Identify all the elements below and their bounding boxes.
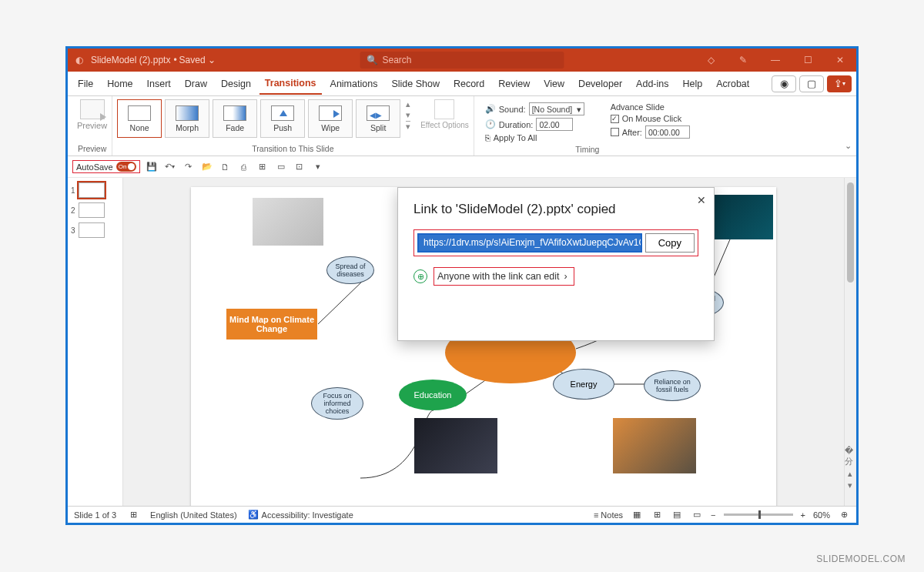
close-button[interactable]: ✕ xyxy=(824,49,856,72)
duration-label: Duration: xyxy=(499,120,534,129)
zoom-out-icon[interactable]: − xyxy=(711,510,715,520)
tab-acrobat[interactable]: Acrobat xyxy=(711,73,755,95)
touch-mode-icon[interactable]: ⊡ xyxy=(293,160,306,174)
slide-canvas[interactable]: Mind Map on Climate Change Spread of dis… xyxy=(191,187,776,506)
autosave-label: AutoSave xyxy=(76,162,113,172)
zoom-slider[interactable] xyxy=(724,513,793,516)
tab-transitions[interactable]: Transitions xyxy=(259,73,322,95)
zoom-level[interactable]: 60% xyxy=(813,510,830,520)
from-beginning-icon[interactable]: ▭ xyxy=(274,160,288,174)
prev-slide-icon[interactable]: �分 xyxy=(845,446,855,467)
copy-button[interactable]: Copy xyxy=(645,233,695,253)
tab-file[interactable]: File xyxy=(72,73,99,95)
tab-home[interactable]: Home xyxy=(102,73,138,95)
print-preview-icon[interactable]: ⊞ xyxy=(256,160,270,174)
open-icon[interactable]: 📂 xyxy=(200,160,214,174)
notes-button[interactable]: ≡Notes xyxy=(594,510,623,520)
transition-morph[interactable]: Morph xyxy=(165,99,209,138)
next-slide-arrow[interactable]: ▾ xyxy=(848,480,852,490)
search-icon: 🔍 xyxy=(367,55,378,65)
search-box[interactable]: 🔍 Search xyxy=(360,52,564,69)
on-mouse-click-label: On Mouse Click xyxy=(622,114,682,123)
new-icon[interactable]: 🗋 xyxy=(219,160,233,174)
tab-view[interactable]: View xyxy=(538,73,570,95)
transition-fade[interactable]: Fade xyxy=(213,99,257,138)
transition-split-label: Split xyxy=(370,123,386,132)
accessibility-button[interactable]: ♿Accessibility: Investigate xyxy=(248,510,353,520)
thumbnail-3[interactable]: 3 xyxy=(71,222,119,238)
transition-split[interactable]: ◀▶Split xyxy=(356,99,400,138)
transition-none[interactable]: None xyxy=(117,99,162,138)
sound-dropdown[interactable]: [No Sound]▾ xyxy=(529,102,584,115)
collapse-ribbon-icon[interactable]: ⌄ xyxy=(845,141,852,151)
tab-review[interactable]: Review xyxy=(493,73,535,95)
transition-morph-label: Morph xyxy=(176,123,199,132)
diamond-icon[interactable]: ◇ xyxy=(695,49,727,72)
tab-help[interactable]: Help xyxy=(677,73,708,95)
transition-none-label: None xyxy=(130,123,149,132)
tab-draw[interactable]: Draw xyxy=(179,73,213,95)
apply-to-all-button[interactable]: ⎘Apply To All xyxy=(485,133,584,142)
transition-push[interactable]: Push xyxy=(260,99,305,138)
prev-slide-arrow[interactable]: ▴ xyxy=(848,469,852,479)
thumbnail-2[interactable]: 2 xyxy=(71,202,119,218)
save-status[interactable]: • Saved ⌄ xyxy=(173,55,215,65)
autosave-toggle[interactable]: On xyxy=(116,162,136,172)
normal-view-icon[interactable]: ▦ xyxy=(631,510,643,520)
ribbon-group-preview: Preview Preview xyxy=(72,96,112,156)
share-button[interactable]: ⇪▾ xyxy=(827,75,852,92)
fit-to-window-icon[interactable]: ⊕ xyxy=(838,510,850,520)
undo-icon[interactable]: ↶▾ xyxy=(163,160,177,174)
slideshow-view-icon[interactable]: ▭ xyxy=(691,510,703,520)
ribbon: Preview Preview None Morph Fade Push Wip… xyxy=(68,96,856,156)
tab-record[interactable]: Record xyxy=(448,73,490,95)
maximize-button[interactable]: ☐ xyxy=(792,49,824,72)
scrollbar-thumb[interactable] xyxy=(847,182,854,283)
permission-text: Anyone with the link can edit xyxy=(437,271,559,282)
redo-icon[interactable]: ↷ xyxy=(182,160,196,174)
quick-print-icon[interactable]: ⎙ xyxy=(237,160,251,174)
vertical-scrollbar[interactable]: �分 ▴ ▾ xyxy=(844,178,856,506)
after-time-input[interactable]: 00:00.00 xyxy=(645,125,690,139)
brush-icon[interactable]: ✎ xyxy=(727,49,759,72)
preview-icon[interactable] xyxy=(80,99,105,119)
thumbnail-1[interactable]: 1 xyxy=(71,182,119,198)
bubble-reliance: Reliance on fossil fuels xyxy=(644,370,701,401)
language-label[interactable]: English (United States) xyxy=(150,510,237,520)
tab-animations[interactable]: Animations xyxy=(325,73,383,95)
present-button[interactable]: ▢ xyxy=(799,75,824,92)
sound-label: Sound: xyxy=(499,105,526,114)
tab-developer[interactable]: Developer xyxy=(573,73,628,95)
minimize-button[interactable]: — xyxy=(759,49,792,72)
effect-options-button[interactable]: Effect Options xyxy=(416,99,469,129)
after-checkbox[interactable] xyxy=(611,128,619,136)
on-mouse-click-checkbox[interactable]: ✓ xyxy=(611,115,619,123)
permission-highlight[interactable]: Anyone with the link can edit › xyxy=(434,267,574,286)
tab-addins[interactable]: Add-ins xyxy=(631,73,674,95)
duration-input[interactable]: 02.00 xyxy=(536,118,573,131)
record-button[interactable]: ◉ xyxy=(772,75,796,92)
chevron-down-icon: ⌄ xyxy=(208,55,216,65)
dialog-close-button[interactable]: ✕ xyxy=(697,194,706,206)
qat-customize-icon[interactable]: ▾ xyxy=(311,160,325,174)
work-area: 1 2 3 Mind Map on Climate Cha xyxy=(68,178,856,506)
accessibility-label: Accessibility: Investigate xyxy=(262,510,353,520)
save-icon[interactable]: 💾 xyxy=(145,160,159,174)
reading-view-icon[interactable]: ▤ xyxy=(671,510,683,520)
transition-wipe[interactable]: Wipe xyxy=(308,99,353,138)
slide-counter[interactable]: Slide 1 of 3 xyxy=(74,510,116,520)
zoom-in-icon[interactable]: + xyxy=(801,510,805,520)
tab-slideshow[interactable]: Slide Show xyxy=(386,73,445,95)
tab-insert[interactable]: Insert xyxy=(142,73,176,95)
slide-thumbnails-panel: 1 2 3 xyxy=(68,178,123,506)
slide-editor-area[interactable]: Mind Map on Climate Change Spread of dis… xyxy=(123,178,844,506)
share-url-input[interactable]: https://1drv.ms/p/s!AiEnxjm_fVAfifoXwtJu… xyxy=(417,233,642,253)
after-label: After: xyxy=(622,128,642,137)
bubble-education: Education xyxy=(399,380,467,410)
transitions-gallery-more[interactable]: ▴▾▾ xyxy=(403,99,413,132)
share-link-dialog: ✕ Link to 'SlideModel (2).pptx' copied h… xyxy=(397,187,715,341)
tab-design[interactable]: Design xyxy=(216,73,256,95)
sorter-view-icon[interactable]: ⊞ xyxy=(651,510,663,520)
document-title[interactable]: SlideModel (2).pptx xyxy=(91,55,170,65)
ribbon-group-label-preview: Preview xyxy=(78,143,106,154)
